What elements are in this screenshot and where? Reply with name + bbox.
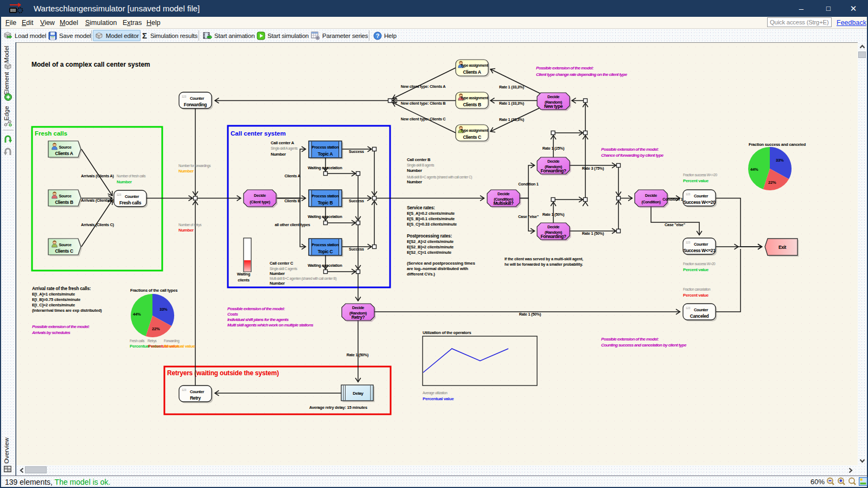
svg-text:Single-skill C agents: Single-skill C agents — [270, 267, 298, 271]
svg-text:E[S2_C]=1 client/minute: E[S2_C]=1 client/minute — [407, 250, 451, 255]
svg-text:Waiting cancelation: Waiting cancelation — [308, 165, 342, 170]
svg-text:33%: 33% — [776, 158, 784, 163]
svg-text:Average utilization: Average utilization — [423, 391, 448, 395]
svg-text:Clients B: Clients B — [55, 200, 73, 205]
svg-text:Percent value: Percent value — [683, 267, 709, 272]
svg-text:Multi-skill B+C agenten (share: Multi-skill B+C agenten (shared with cal… — [270, 277, 336, 281]
svg-text:Retryers (waiting outside the: Retryers (waiting outside the system) — [167, 369, 279, 377]
svg-text:Call center B: Call center B — [407, 157, 431, 162]
svg-text:Percent value: Percent value — [683, 178, 709, 183]
svg-text:Fresh calls: Fresh calls — [35, 130, 67, 137]
svg-text:Single-skill A agents: Single-skill A agents — [271, 146, 298, 151]
svg-text:Edge: Edge — [3, 106, 10, 121]
svg-text:Counter: Counter — [694, 307, 708, 312]
svg-text:Fresh calls: Fresh calls — [130, 339, 145, 343]
svg-text:Possible extension of the mode: Possible extension of the model: — [601, 337, 659, 342]
svg-text:Percentual value: Percentual value — [164, 344, 195, 349]
svg-text:Arrivals (Clients A): Arrivals (Clients A) — [81, 174, 114, 178]
svg-text:(Service and postprocessing ti: (Service and postprocessing times — [407, 261, 476, 266]
svg-text:Possible extension of the mode: Possible extension of the model: — [536, 66, 594, 70]
svg-text:Case "else": Case "else" — [518, 214, 539, 219]
svg-text:123: 123 — [117, 193, 122, 196]
svg-text:Clients C: Clients C — [463, 134, 481, 140]
svg-text:clients: clients — [238, 278, 250, 282]
svg-text:all other client types: all other client types — [275, 222, 310, 227]
svg-text:Type assignment: Type assignment — [461, 96, 489, 100]
svg-text:Forwarding: Forwarding — [164, 339, 180, 343]
svg-text:Number: Number — [270, 281, 285, 286]
svg-text:Arrivals by schedules: Arrivals by schedules — [31, 330, 71, 335]
svg-text:E[S_A]=0.2 clients/minute: E[S_A]=0.2 clients/minute — [407, 211, 455, 216]
svg-text:Rate 1 (50%): Rate 1 (50%) — [542, 212, 565, 217]
svg-text:Rate 1 (25%): Rate 1 (25%) — [542, 146, 565, 151]
svg-text:Process station: Process station — [312, 242, 340, 247]
svg-text:New client type: Clients B: New client type: Clients B — [401, 101, 446, 106]
svg-text:Number of retrys: Number of retrys — [178, 223, 202, 227]
svg-text:Counter: Counter — [125, 194, 139, 199]
svg-text:Counter: Counter — [694, 242, 708, 247]
svg-text:Counter: Counter — [694, 194, 708, 198]
svg-text:Decide: Decide — [547, 94, 559, 99]
svg-text:Number: Number — [178, 169, 194, 174]
svg-text:Service rates:: Service rates: — [407, 205, 435, 210]
svg-text:Counting success and cancelati: Counting success and cancelation by clie… — [601, 343, 687, 348]
svg-text:Fraction success W<=20: Fraction success W<=20 — [683, 173, 718, 177]
svg-text:Multiskill?: Multiskill? — [493, 201, 513, 206]
svg-text:Possible extension of the mode: Possible extension of the model: — [227, 306, 285, 311]
svg-text:Source: Source — [59, 242, 71, 247]
svg-text:Exit: Exit — [778, 245, 787, 250]
svg-text:Number: Number — [178, 228, 194, 233]
svg-text:(Condition): (Condition) — [641, 200, 661, 204]
svg-text:he will be forwarded by a smal: he will be forwarded by a smaller probab… — [505, 262, 583, 267]
svg-text:Retry?: Retry? — [352, 314, 365, 320]
svg-text:Condition 1: Condition 1 — [662, 197, 683, 202]
svg-text:different CVs.): different CVs.) — [407, 272, 435, 277]
svg-text:Possible extension of the mode: Possible extension of the model: — [32, 324, 90, 329]
svg-text:Average retry delay: 15 minute: Average retry delay: 15 minutes — [309, 405, 367, 410]
svg-text:123: 123 — [686, 192, 691, 196]
svg-text:E[S_B]=0.1 clients/minute: E[S_B]=0.1 clients/minute — [407, 216, 455, 221]
svg-text:Decide: Decide — [645, 193, 657, 198]
svg-text:Topic C: Topic C — [318, 249, 333, 254]
svg-text:Process station: Process station — [312, 194, 340, 198]
svg-text:Individual shift plans for the: Individual shift plans for the agents — [227, 317, 289, 322]
svg-text:Number: Number — [407, 168, 422, 173]
svg-text:Clients B: Clients B — [463, 102, 481, 107]
svg-text:Rate 1 (50%): Rate 1 (50%) — [519, 312, 541, 317]
svg-text:Clients B: Clients B — [284, 198, 300, 203]
svg-text:Success W<=20: Success W<=20 — [683, 200, 716, 205]
svg-text:New client type: Clients A: New client type: Clients A — [401, 84, 445, 89]
svg-text:Delay: Delay — [353, 391, 363, 396]
svg-text:E[I_A]=1 clients/minute: E[I_A]=1 clients/minute — [32, 292, 75, 297]
svg-text:22%: 22% — [768, 180, 776, 185]
svg-text:Decide: Decide — [497, 191, 509, 196]
svg-text:Clients A: Clients A — [284, 174, 300, 178]
svg-text:Element: Element — [3, 72, 10, 95]
svg-text:Fractions of the call types: Fractions of the call types — [130, 288, 177, 293]
svg-text:Single-skill B agents: Single-skill B agents — [407, 163, 435, 168]
svg-text:123: 123 — [182, 95, 187, 98]
svg-text:Clients A: Clients A — [55, 151, 73, 156]
svg-text:22%: 22% — [152, 326, 160, 331]
svg-text:Forwarding?: Forwarding? — [540, 234, 566, 239]
svg-text:(Interarrival times are exp di: (Interarrival times are exp distributed) — [32, 308, 102, 313]
svg-text:Possible extension of the mode: Possible extension of the model: — [601, 147, 659, 152]
svg-text:(Client type): (Client type) — [250, 200, 271, 204]
svg-text:?: ? — [376, 33, 380, 39]
svg-text:Type assignment: Type assignment — [461, 63, 489, 68]
svg-text:Rate 1 (50%): Rate 1 (50%) — [347, 352, 369, 357]
svg-text:Counter: Counter — [190, 389, 204, 394]
svg-text:If the client was served by a: If the client was served by a multi-skil… — [505, 257, 583, 261]
svg-text:Overview: Overview — [3, 437, 10, 464]
svg-text:Σ: Σ — [142, 31, 147, 40]
svg-text:Multi-skill B+C agents (shared: Multi-skill B+C agents (shared with call… — [407, 175, 472, 179]
svg-text:Call center system: Call center system — [231, 130, 286, 137]
svg-text:are log–normal distributed wit: are log–normal distributed with — [407, 266, 468, 271]
svg-text:44%: 44% — [133, 312, 141, 317]
svg-text:Arrivals (Clients C): Arrivals (Clients C) — [81, 222, 114, 227]
svg-text:Number: Number — [407, 179, 422, 184]
svg-text:Fraction success and canceled: Fraction success and canceled — [749, 142, 806, 147]
svg-text:Model: Model — [3, 46, 10, 62]
svg-text:Waiting cancelation: Waiting cancelation — [308, 263, 342, 268]
svg-text:33%: 33% — [159, 307, 168, 312]
